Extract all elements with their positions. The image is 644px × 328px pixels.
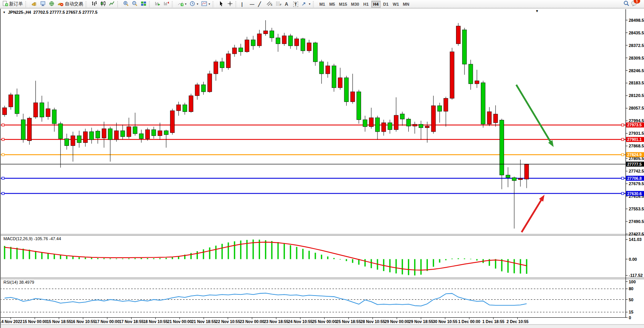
green-arrow-head[interactable]: [548, 140, 554, 147]
candle[interactable]: [207, 74, 212, 92]
new-order-button[interactable]: 新订单: [1, 0, 24, 8]
candlestick-button[interactable]: [99, 0, 108, 8]
fibonacci-button[interactable]: F: [274, 0, 283, 8]
candle[interactable]: [102, 129, 106, 138]
vertical-line-button[interactable]: |: [240, 0, 248, 8]
candle[interactable]: [338, 78, 342, 88]
candle[interactable]: [369, 118, 373, 127]
text-label-button[interactable]: T: [292, 0, 300, 8]
line-handle[interactable]: [622, 192, 624, 195]
timeframe-m5[interactable]: M5: [328, 1, 337, 8]
timeframe-m1[interactable]: M1: [318, 1, 327, 8]
candle[interactable]: [83, 132, 87, 143]
candle[interactable]: [382, 123, 386, 132]
candle[interactable]: [425, 126, 429, 128]
candle[interactable]: [263, 31, 268, 34]
indicators-button[interactable]: ▾: [176, 0, 188, 8]
timeframe-h4[interactable]: H4: [371, 1, 381, 8]
algo-trading-button[interactable]: 自动交易: [56, 0, 85, 8]
templates-button[interactable]: ▾: [200, 0, 212, 8]
chart-shift-button[interactable]: [162, 0, 171, 8]
line-handle[interactable]: [2, 138, 4, 141]
candle[interactable]: [183, 105, 187, 111]
candle[interactable]: [332, 66, 336, 88]
candle[interactable]: [233, 48, 237, 54]
line-handle[interactable]: [2, 124, 4, 126]
candle[interactable]: [270, 31, 274, 38]
candle[interactable]: [518, 178, 522, 179]
red-arrow-object[interactable]: [522, 198, 543, 232]
candle[interactable]: [257, 34, 262, 46]
candle[interactable]: [195, 85, 199, 96]
shapes-button[interactable]: ▾: [300, 0, 312, 8]
candle[interactable]: [245, 40, 249, 52]
candle[interactable]: [394, 115, 398, 130]
candle[interactable]: [251, 40, 255, 46]
candle[interactable]: [120, 131, 125, 137]
candle[interactable]: [170, 111, 175, 133]
candle[interactable]: [15, 95, 19, 114]
candle[interactable]: [456, 26, 460, 44]
candle[interactable]: [301, 39, 305, 51]
community-button[interactable]: [47, 0, 56, 8]
candle[interactable]: [52, 110, 56, 124]
line-handle[interactable]: [2, 177, 4, 179]
candle[interactable]: [220, 62, 224, 68]
candle[interactable]: [450, 52, 454, 99]
candle[interactable]: [177, 105, 181, 111]
candle[interactable]: [506, 175, 510, 178]
zoom-in-button[interactable]: [122, 0, 130, 8]
candle[interactable]: [320, 62, 324, 74]
trendline-button[interactable]: ╱: [257, 0, 265, 8]
candle[interactable]: [463, 30, 467, 64]
horizontal-line-button[interactable]: —: [248, 0, 257, 8]
line-chart-button[interactable]: [108, 0, 116, 8]
candle[interactable]: [65, 139, 69, 145]
candle[interactable]: [71, 136, 75, 145]
candle[interactable]: [413, 124, 417, 126]
candle[interactable]: [288, 36, 292, 46]
timeframe-h1[interactable]: H1: [361, 1, 371, 8]
periods-button[interactable]: ▾: [188, 0, 200, 8]
candle[interactable]: [3, 108, 7, 115]
candle[interactable]: [307, 43, 311, 51]
candle[interactable]: [90, 132, 94, 140]
candle[interactable]: [363, 120, 367, 126]
candle[interactable]: [313, 43, 318, 62]
candle[interactable]: [525, 164, 529, 179]
candle[interactable]: [282, 36, 286, 44]
candle[interactable]: [438, 106, 442, 111]
candle[interactable]: [127, 127, 131, 137]
candle[interactable]: [9, 95, 13, 107]
timeframe-d1[interactable]: D1: [381, 1, 390, 8]
tile-windows-button[interactable]: [139, 0, 148, 8]
candle[interactable]: [475, 81, 479, 84]
candle[interactable]: [431, 106, 435, 132]
candle[interactable]: [295, 39, 299, 46]
text-tool-button[interactable]: A: [283, 0, 292, 8]
line-handle[interactable]: [622, 177, 624, 179]
candle[interactable]: [444, 98, 448, 111]
zoom-out-button[interactable]: [130, 0, 139, 8]
chart-canvas[interactable]: 28498.528435.528372.528309.528246.528183…: [0, 9, 644, 328]
auto-scroll-button[interactable]: [153, 0, 162, 8]
line-handle[interactable]: [622, 124, 624, 126]
candle[interactable]: [139, 134, 143, 139]
candle[interactable]: [388, 123, 392, 129]
candle[interactable]: [46, 109, 50, 117]
red-arrow-head[interactable]: [539, 195, 544, 202]
candle[interactable]: [376, 118, 380, 132]
candle[interactable]: [152, 130, 156, 136]
candle[interactable]: [469, 64, 473, 84]
candle[interactable]: [201, 85, 206, 92]
candle[interactable]: [481, 83, 485, 124]
timeframe-m15[interactable]: M15: [337, 1, 348, 8]
candle[interactable]: [96, 131, 100, 138]
timeframe-w1[interactable]: W1: [391, 1, 401, 8]
candle[interactable]: [406, 119, 411, 126]
candle[interactable]: [214, 62, 218, 74]
market-watch-button[interactable]: [30, 0, 39, 8]
candle[interactable]: [114, 131, 119, 140]
green-arrow-object[interactable]: [516, 85, 552, 144]
candle[interactable]: [108, 129, 112, 140]
